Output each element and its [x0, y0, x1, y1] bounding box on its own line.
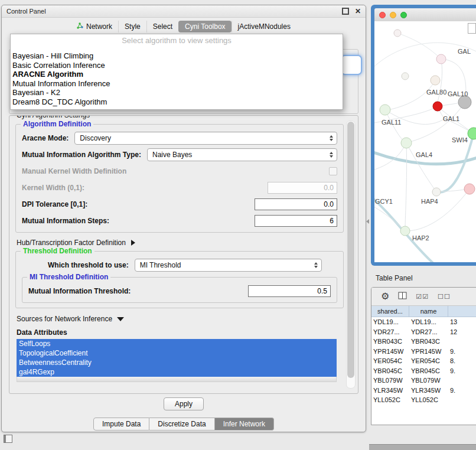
network-node[interactable] — [432, 188, 441, 196]
column-header-2[interactable] — [448, 306, 476, 317]
minimize-traffic-light-icon[interactable] — [390, 12, 396, 18]
mi-steps-input[interactable]: 6 — [255, 215, 337, 227]
scrollbar-thumb[interactable] — [347, 122, 354, 378]
column-header-name[interactable]: name — [409, 306, 448, 317]
tab-network[interactable]: Network — [71, 21, 118, 32]
node-label-gal80: GAL80 — [426, 89, 446, 96]
network-window-titlebar — [374, 8, 476, 21]
tab-cyni-toolbox[interactable]: Cyni Toolbox — [178, 21, 231, 32]
algorithm-option-dream8-dc-tdc-algorithm[interactable]: Dream8 DC_TDC Algorithm — [11, 97, 343, 107]
mi-threshold-input[interactable]: 0.5 — [248, 285, 331, 297]
algorithm-definition-group: Algorithm Definition Aracne Mode: Discov… — [15, 124, 344, 233]
unchecked-pair-icon[interactable]: ☐☐ — [438, 293, 451, 301]
table-row[interactable]: YLL052CYLL052C — [371, 395, 476, 405]
attribute-item-gal4rgexp[interactable]: gal4RGexp — [17, 367, 337, 377]
table-row[interactable]: YBL079WYBL079W — [371, 376, 476, 386]
aracne-mode-select[interactable]: Discovery — [74, 132, 337, 145]
network-node[interactable] — [431, 76, 440, 85]
tab-select[interactable]: Select — [146, 21, 178, 32]
table-row[interactable]: YPR145WYPR145W9. — [371, 347, 476, 357]
dpi-tolerance-label: DPI Tolerance [0,1]: — [22, 200, 87, 208]
network-node[interactable] — [401, 138, 412, 148]
dpi-tolerance-input[interactable]: 0.0 — [255, 198, 337, 210]
which-threshold-select[interactable]: MI Threshold — [135, 259, 322, 272]
mi-type-row: Mutual Information Algorithm Type: Naive… — [22, 148, 337, 161]
threshold-definition-title: Threshold Definition — [21, 247, 94, 255]
network-node[interactable] — [464, 184, 475, 194]
cyni-mode-tabs: Impute DataDiscretize DataInfer Network — [2, 418, 366, 431]
network-node[interactable] — [458, 96, 471, 109]
attribute-item-selfloops[interactable]: SelfLoops — [17, 339, 337, 348]
attribute-item-topologicalcoefficient[interactable]: TopologicalCoefficient — [17, 348, 337, 358]
focused-field-partial[interactable] — [341, 55, 362, 75]
table-row[interactable]: YBR043CYBR043C — [371, 337, 476, 347]
window-title: Control Panel — [6, 8, 46, 15]
network-node[interactable] — [402, 73, 409, 80]
apply-button[interactable]: Apply — [164, 397, 204, 410]
table-body: YDL19...YDL19...13YDR27...YDR27...12YBR0… — [371, 317, 476, 405]
table-cell: YLR345W — [371, 387, 409, 394]
network-node[interactable] — [400, 226, 410, 236]
dropdown-placeholder: Select algorithm to view settings — [11, 35, 343, 46]
network-scrollbar[interactable] — [468, 23, 476, 34]
node-label-gal11: GAL11 — [382, 119, 401, 126]
manual-kernel-row: Manual Kernel Width Definition — [22, 165, 337, 178]
table-cell: YPR145W — [409, 348, 448, 355]
algorithm-option-aracne-algorithm[interactable]: ARACNE Algorithm — [11, 70, 343, 79]
table-row[interactable]: YBR045CYBR045C9. — [371, 366, 476, 376]
columns-icon[interactable] — [398, 291, 407, 302]
node-label-gal1: GAL1 — [443, 115, 459, 122]
bottom-tab-discretize-data[interactable]: Discretize Data — [149, 418, 214, 431]
control-panel-titlebar: Control Panel ✕ — [2, 5, 366, 18]
algorithm-option-mutual-information-inference[interactable]: Mutual Information Inference — [11, 79, 343, 89]
table-cell: YBR045C — [409, 367, 448, 374]
collapsed-panel-icon[interactable] — [4, 435, 12, 443]
network-node[interactable] — [468, 128, 476, 139]
network-node[interactable] — [394, 30, 401, 37]
network-canvas[interactable]: GALGAL80GAL10GAL11GAL1SWI4GAL4GCY1HAP4HA… — [374, 21, 476, 262]
close-traffic-light-icon[interactable] — [379, 12, 386, 18]
mi-threshold-group: MI Threshold Definition Mutual Informati… — [22, 277, 337, 303]
sources-expander[interactable]: Sources for Network Inference — [17, 314, 344, 324]
tab-style[interactable]: Style — [118, 21, 146, 32]
float-window-icon[interactable] — [342, 8, 349, 15]
algorithm-option-bayesian-hill-climbing[interactable]: Bayesian - Hill Climbing — [11, 51, 343, 61]
network-node[interactable] — [436, 54, 446, 64]
mi-threshold-value: 0.5 — [317, 287, 327, 295]
node-label-gal4: GAL4 — [416, 151, 432, 158]
table-cell: YDL19... — [409, 318, 448, 325]
algorithm-option-basic-correlation-inference[interactable]: Basic Correlation Inference — [11, 61, 343, 70]
hub-definition-expander[interactable]: Hub/Transcription Factor Definition — [17, 238, 344, 247]
tab-jactivemnodules[interactable]: jActiveMNodules — [232, 21, 296, 32]
gear-icon[interactable]: ⚙ — [381, 292, 389, 301]
algorithm-definition-title: Algorithm Definition — [21, 120, 93, 128]
mi-algorithm-type-label: Mutual Information Algorithm Type: — [22, 151, 141, 159]
mi-steps-row: Mutual Information Steps: 6 — [22, 214, 337, 227]
algorithm-option-bayesian-k2[interactable]: Bayesian - K2 — [11, 88, 343, 97]
table-row[interactable]: YER054CYER054C8. — [371, 356, 476, 366]
attribute-item-betweennesscentrality[interactable]: BetweennessCentrality — [17, 358, 337, 367]
table-row[interactable]: YDL19...YDL19...13 — [371, 317, 476, 327]
network-node[interactable] — [433, 102, 442, 111]
vertical-scrollbar[interactable] — [346, 120, 356, 389]
aracne-mode-row: Aracne Mode: Discovery — [22, 132, 337, 145]
horizontal-scrollbar[interactable] — [17, 377, 337, 382]
manual-kernel-width-checkbox[interactable] — [329, 167, 337, 175]
kernel-width-input[interactable]: 0.0 — [268, 182, 337, 194]
column-header-shared[interactable]: shared... — [371, 306, 409, 317]
table-cell: YDR27... — [371, 328, 409, 335]
control-panel-tabbar: NetworkStyleSelectCyni ToolboxjActiveMNo… — [2, 19, 366, 34]
close-icon[interactable]: ✕ — [355, 8, 361, 14]
splitpane-collapse-icon[interactable] — [366, 219, 369, 224]
checked-pair-icon[interactable]: ☑☑ — [416, 293, 429, 301]
table-row[interactable]: YLR345WYLR345W9. — [371, 386, 476, 396]
mi-algorithm-type-select[interactable]: Naive Bayes — [147, 148, 337, 161]
bottom-tab-infer-network[interactable]: Infer Network — [215, 418, 274, 431]
table-cell: 9. — [448, 348, 476, 355]
bottom-tab-impute-data[interactable]: Impute Data — [93, 418, 149, 431]
desktop: Control Panel ✕ NetworkStyleSelectCyni T… — [0, 0, 476, 450]
table-row[interactable]: YDR27...YDR27...12 — [371, 327, 476, 337]
data-attributes-list: SelfLoopsTopologicalCoefficientBetweenne… — [17, 339, 337, 377]
network-node[interactable] — [380, 105, 390, 115]
zoom-traffic-light-icon[interactable] — [400, 12, 407, 18]
